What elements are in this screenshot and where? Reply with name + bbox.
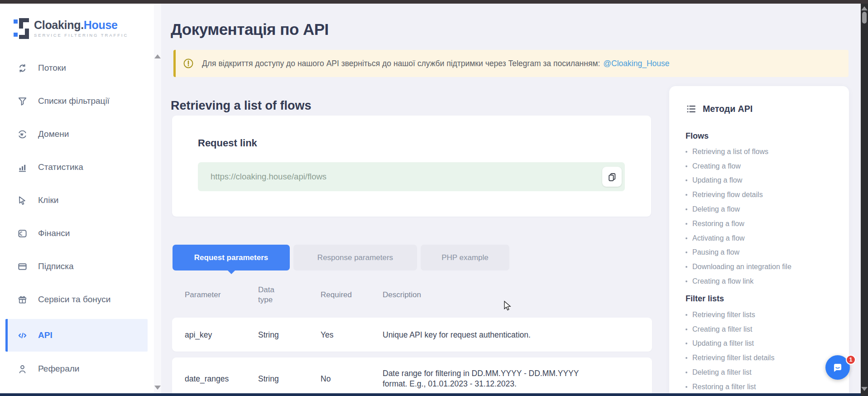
- sidebar-item-label: Статистика: [38, 162, 83, 172]
- mouse-cursor: [503, 300, 513, 311]
- cell-description: Unique API key for request authenticatio…: [383, 329, 595, 340]
- sidebar-item-label: Списки фільтрації: [38, 96, 110, 106]
- sidebar-item-label: API: [38, 330, 53, 340]
- method-label: Retrieving a list of flows: [692, 148, 768, 156]
- sidebar-item-label: Сервіси та бонуси: [38, 295, 110, 304]
- bullet-icon: [686, 328, 687, 330]
- method-label: Retrieving filter lists: [692, 311, 755, 319]
- page-scrollbar-thumb[interactable]: [862, 12, 867, 24]
- column-header-parameter: Parameter: [185, 290, 221, 300]
- method-label: Downloading an integration file: [692, 263, 791, 271]
- list-icon: [686, 103, 697, 115]
- sidebar-item-subscription[interactable]: Підписка: [5, 250, 148, 283]
- scroll-up-arrow-icon[interactable]: [861, 6, 868, 10]
- bullet-icon: [686, 223, 687, 225]
- copy-button[interactable]: [602, 167, 622, 187]
- gift-icon: [17, 295, 28, 305]
- sidebar-item-domains[interactable]: Домени: [5, 118, 148, 150]
- tab-php-example[interactable]: PHP example: [421, 245, 509, 270]
- tab-request-parameters[interactable]: Request parameters: [173, 245, 290, 270]
- method-link[interactable]: Retrieving flow details: [686, 188, 839, 202]
- sidebar-item-label: Кліки: [38, 195, 58, 205]
- scroll-down-arrow-icon[interactable]: [861, 387, 868, 391]
- cell-data-type: String: [258, 373, 279, 384]
- method-label: Updating a filter list: [692, 339, 754, 348]
- method-label: Pausing a flow: [692, 248, 739, 256]
- bar-chart-icon: [17, 162, 28, 173]
- bullet-icon: [686, 266, 687, 268]
- method-label: Restoring a filter list: [692, 383, 756, 391]
- window-top-edge: [0, 0, 868, 4]
- bullet-icon: [686, 237, 687, 239]
- domain-icon: [17, 129, 28, 140]
- sidebar-item-label: Домени: [38, 129, 69, 139]
- method-link[interactable]: Retrieving a list of flows: [686, 145, 839, 159]
- wallet-icon: [17, 228, 28, 239]
- chat-icon: [831, 361, 844, 374]
- request-url-field[interactable]: https://cloaking.house/api/flows: [198, 162, 625, 191]
- method-link[interactable]: Restoring a filter list: [686, 380, 839, 394]
- scroll-up-arrow-icon[interactable]: [154, 54, 161, 58]
- method-link[interactable]: Deleting a filter list: [686, 365, 839, 380]
- column-header-required: Required: [321, 290, 352, 300]
- column-header-data-type: Data type: [258, 285, 283, 305]
- page-title: Документація по API: [171, 20, 329, 39]
- bullet-icon: [686, 151, 687, 153]
- bullet-icon: [686, 343, 687, 344]
- method-link[interactable]: Restoring a flow: [686, 217, 839, 231]
- person-icon: [17, 364, 28, 374]
- methods-panel-title: Методи API: [703, 104, 753, 114]
- bullet-icon: [686, 280, 687, 282]
- notification-badge: 1: [846, 355, 856, 365]
- telegram-link[interactable]: @Cloaking_House: [603, 59, 669, 68]
- bullet-icon: [686, 208, 687, 210]
- bullet-icon: [686, 357, 687, 359]
- sidebar-item-flows[interactable]: Потоки: [5, 52, 148, 84]
- api-methods-panel: Методи API Flows Retrieving a list of fl…: [669, 86, 849, 396]
- code-icon: [17, 330, 28, 341]
- method-link[interactable]: Updating a flow: [686, 174, 839, 188]
- method-link[interactable]: Downloading an integration file: [686, 260, 839, 274]
- flows-method-list: Retrieving a list of flows Creating a fl…: [686, 145, 839, 289]
- method-link[interactable]: Retrieving filter lists: [686, 308, 839, 322]
- method-label: Retrieving flow details: [692, 191, 763, 199]
- logo-icon: [14, 18, 29, 39]
- bullet-icon: [686, 386, 687, 388]
- method-link[interactable]: Pausing a flow: [686, 246, 839, 260]
- bullet-icon: [686, 165, 687, 167]
- method-link[interactable]: Creating a flow: [686, 159, 839, 174]
- info-banner: Для відкриття доступу до нашого API звер…: [173, 50, 849, 77]
- sidebar-item-api[interactable]: API: [5, 319, 148, 352]
- cell-description: Date range for filtering in DD.MM.YYYY -…: [383, 368, 595, 389]
- method-link[interactable]: Deleting a flow: [686, 202, 839, 217]
- brand-accent: House: [84, 19, 118, 31]
- bullet-icon: [686, 314, 687, 316]
- cell-required: Yes: [321, 329, 334, 340]
- tab-response-parameters[interactable]: Response parameters: [293, 245, 417, 270]
- card-icon: [17, 261, 28, 272]
- sidebar-item-label: Потоки: [38, 63, 66, 73]
- method-link[interactable]: Retrieving filter list details: [686, 351, 839, 365]
- scroll-down-arrow-icon[interactable]: [154, 386, 161, 390]
- cell-parameter: api_key: [185, 329, 212, 340]
- brand-name: Cloaking.House: [34, 18, 128, 32]
- method-link[interactable]: Creating a flow link: [686, 274, 839, 289]
- method-label: Deleting a filter list: [692, 368, 752, 377]
- brand-primary: Cloaking.: [34, 19, 84, 31]
- sidebar-scrollbar[interactable]: [154, 4, 161, 393]
- tab-bar: Request parameters Response parameters P…: [173, 245, 509, 270]
- copy-icon: [607, 172, 617, 182]
- sidebar-item-filter-lists[interactable]: Списки фільтрації: [5, 85, 148, 117]
- method-link[interactable]: Creating a filter list: [686, 322, 839, 337]
- sidebar-item-statistics[interactable]: Статистика: [5, 151, 148, 184]
- method-link[interactable]: Activating a flow: [686, 231, 839, 246]
- sidebar-item-clicks[interactable]: Кліки: [5, 184, 148, 217]
- method-link[interactable]: Updating a filter list: [686, 337, 839, 351]
- sidebar-item-services[interactable]: Сервіси та бонуси: [5, 283, 148, 316]
- brand-tagline: SERVICE FILTERING TRAFFIC: [34, 33, 128, 38]
- logo[interactable]: Cloaking.House SERVICE FILTERING TRAFFIC: [14, 18, 128, 39]
- sidebar-item-label: Фінанси: [38, 228, 70, 238]
- sidebar-item-referrals[interactable]: Реферали: [5, 353, 148, 385]
- page-scrollbar[interactable]: [861, 4, 868, 396]
- sidebar-item-finances[interactable]: Фінанси: [5, 217, 148, 250]
